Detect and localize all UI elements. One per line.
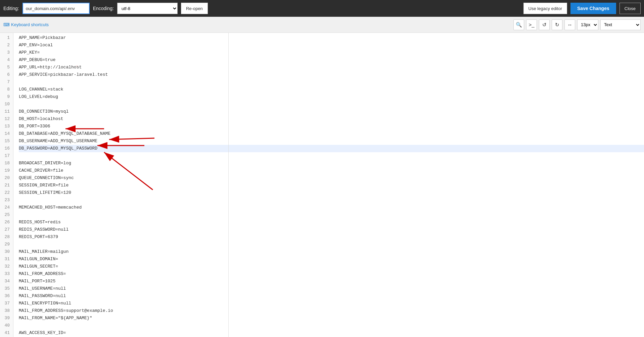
wrap-button[interactable]: ↔ [564,19,575,30]
code-area[interactable]: APP_NAME=PickbazarAPP_ENV=localAPP_KEY=A… [13,33,644,337]
undo-button[interactable]: ↺ [539,19,550,30]
secondary-toolbar: ⌨ Keyboard shortcuts 🔍 >_ ↺ ↻ ↔ 13px Tex… [0,17,644,33]
code-line[interactable]: MAIL_FROM_NAME="${APP_NAME}" [19,315,644,322]
line-number: 8 [3,86,10,93]
code-line[interactable]: LOG_CHANNEL=stack [19,86,644,93]
line-number: 41 [3,329,10,337]
code-line[interactable]: BROADCAST_DRIVER=log [19,160,644,167]
line-number: 9 [3,93,10,101]
code-line[interactable]: DB_HOST=localhost [19,115,644,123]
line-number: 35 [3,285,10,292]
code-line[interactable] [19,196,644,204]
line-numbers: 1234567891011121314151617181920212223242… [0,33,13,337]
reopen-button[interactable]: Re-open [181,3,208,14]
line-number: 22 [3,189,10,196]
keyboard-shortcuts-link[interactable]: ⌨ Keyboard shortcuts [3,22,49,27]
code-line[interactable]: CACHE_DRIVER=file [19,167,644,174]
code-line[interactable]: DB_PORT=3306 [19,123,644,130]
code-line[interactable]: MAIL_USERNAME=null [19,285,644,292]
line-number: 38 [3,307,10,315]
code-line[interactable]: MAIL_MAILER=mailgun [19,248,644,256]
code-line[interactable]: DB_DATABASE=ADD_MYSQL_DATABASE_NAME [19,130,644,137]
editing-file-input[interactable] [22,3,90,14]
line-number: 15 [3,137,10,145]
code-line[interactable]: AWS_ACCESS_KEY_ID= [19,329,644,337]
redo-button[interactable]: ↻ [552,19,562,30]
code-line[interactable] [19,241,644,248]
mode-select[interactable]: Text [600,19,641,30]
line-number: 3 [3,49,10,56]
line-number: 33 [3,270,10,278]
line-number: 30 [3,248,10,256]
code-line[interactable]: APP_NAME=Pickbazar [19,34,644,42]
line-number: 10 [3,101,10,108]
code-line[interactable] [19,101,644,108]
code-line[interactable]: MAILGUN_DOMAIN= [19,256,644,263]
line-number: 39 [3,315,10,322]
code-line[interactable]: APP_URL=http://localhost [19,64,644,71]
code-line[interactable]: LOG_LEVEL=debug [19,93,644,101]
line-number: 14 [3,130,10,137]
code-line[interactable]: APP_SERVICE=pickbazar-laravel.test [19,71,644,78]
terminal-button[interactable]: >_ [526,19,537,30]
line-number: 19 [3,167,10,174]
line-number: 34 [3,278,10,285]
search-button[interactable]: 🔍 [513,19,524,30]
code-line[interactable] [19,211,644,219]
code-line[interactable]: SESSION_DRIVER=file [19,182,644,189]
code-line[interactable]: MAILGUN_SECRET= [19,263,644,270]
line-number: 16 [3,145,10,152]
code-line[interactable]: APP_DEBUG=true [19,56,644,64]
code-line[interactable]: DB_CONNECTION=mysql [19,108,644,115]
line-number: 1 [3,34,10,42]
encoding-label: Encoding: [93,6,114,11]
line-number: 4 [3,56,10,64]
code-line[interactable]: DB_PASSWORD=ADD_MYSQL_PASSWORD [19,145,644,152]
line-number: 28 [3,233,10,241]
code-line[interactable]: APP_ENV=local [19,42,644,49]
encoding-select[interactable]: utf-8 [117,3,178,14]
line-number: 13 [3,123,10,130]
close-button[interactable]: Close [619,3,641,14]
line-number: 21 [3,182,10,189]
line-number: 36 [3,292,10,300]
code-line[interactable]: APP_KEY= [19,49,644,56]
code-line[interactable]: MAIL_FROM_ADDRESS= [19,270,644,278]
main-toolbar: Editing: Encoding: utf-8 Re-open Use leg… [0,0,644,17]
code-line[interactable]: MEMCACHED_HOST=memcached [19,204,644,211]
line-number: 6 [3,71,10,78]
code-line[interactable]: REDIS_PORT=6379 [19,233,644,241]
line-number: 27 [3,226,10,233]
line-number: 25 [3,211,10,219]
legacy-editor-button[interactable]: Use legacy editor [523,3,567,14]
code-line[interactable]: QUEUE_CONNECTION=sync [19,174,644,182]
code-line[interactable] [19,78,644,86]
line-number: 23 [3,196,10,204]
divider-line [228,33,229,337]
line-number: 29 [3,241,10,248]
line-number: 18 [3,160,10,167]
code-line[interactable]: MAIL_FROM_ADDRESS=support@example.io [19,307,644,315]
keyboard-icon: ⌨ [3,22,10,27]
code-line[interactable]: MAIL_ENCRYPTION=null [19,300,644,307]
code-line[interactable]: MAIL_PORT=1025 [19,278,644,285]
line-number: 24 [3,204,10,211]
code-line[interactable]: SESSION_LIFETIME=120 [19,189,644,196]
line-number: 2 [3,42,10,49]
code-line[interactable] [19,322,644,329]
line-number: 11 [3,108,10,115]
line-number: 37 [3,300,10,307]
code-line[interactable]: DB_USERNAME=ADD_MYSQL_USERNAME [19,137,644,145]
line-number: 40 [3,322,10,329]
code-line[interactable] [19,152,644,160]
line-number: 5 [3,64,10,71]
save-changes-button[interactable]: Save Changes [570,3,616,14]
line-number: 12 [3,115,10,123]
code-line[interactable]: MAIL_PASSWORD=null [19,292,644,300]
code-line[interactable]: REDIS_PASSWORD=null [19,226,644,233]
line-number: 20 [3,174,10,182]
font-size-select[interactable]: 13px [577,19,598,30]
code-line[interactable]: REDIS_HOST=redis [19,219,644,226]
line-number: 26 [3,219,10,226]
line-number: 31 [3,256,10,263]
